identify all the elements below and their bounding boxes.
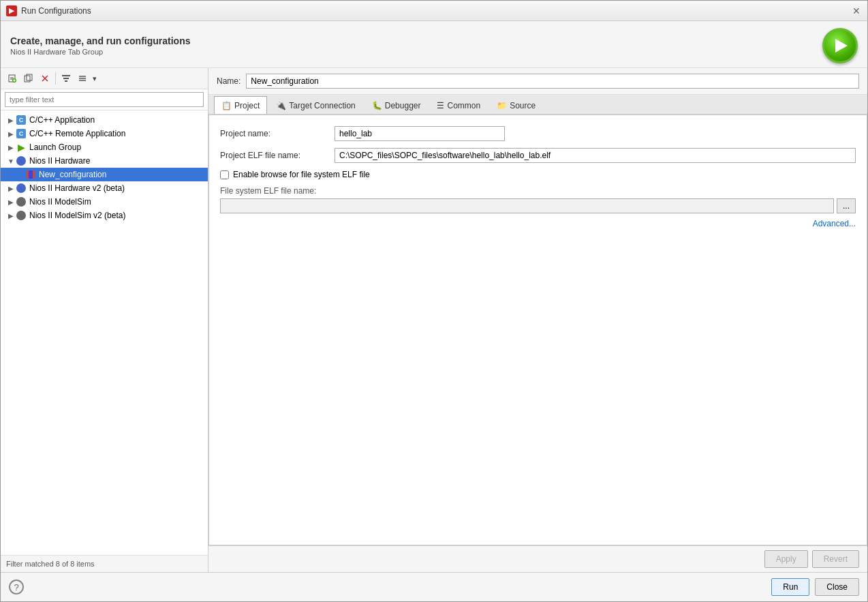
svg-rect-6 — [25, 76, 30, 82]
tab-project[interactable]: 📋 Project — [214, 96, 267, 114]
tab-debugger[interactable]: 🐛 Debugger — [365, 97, 429, 114]
cpp-app-icon: C — [16, 115, 27, 125]
sidebar-tree: ▶ C C/C++ Application ▶ C C/C++ Remote A… — [1, 110, 208, 555]
sidebar-item-cpp-remote[interactable]: ▶ C C/C++ Remote Application — [1, 127, 208, 140]
file-system-label: File system ELF file name: — [220, 186, 856, 196]
bottom-bar: ? Run Close — [1, 572, 867, 601]
run-button[interactable] — [822, 28, 858, 63]
launch-group-icon: ▶ — [16, 142, 27, 153]
enable-browse-label: Enable browse for file system ELF file — [233, 170, 370, 179]
sidebar-item-label: Nios II Hardware v2 (beta) — [29, 183, 125, 193]
sidebar-item-launch-group[interactable]: ▶ ▶ Launch Group — [1, 140, 208, 154]
tab-common[interactable]: ☰ Common — [429, 97, 488, 114]
sidebar-item-nios-hw[interactable]: ▼ Nios II Hardware — [1, 154, 208, 168]
window-title: Run Configurations — [21, 6, 851, 16]
window-icon: ▶ — [6, 5, 17, 16]
svg-rect-11 — [63, 78, 69, 79]
common-tab-icon: ☰ — [437, 101, 444, 110]
revert-button-panel[interactable]: Revert — [812, 550, 859, 568]
delete-button[interactable] — [37, 71, 52, 86]
elf-input[interactable] — [335, 148, 856, 163]
sidebar-item-nios-modelsim[interactable]: ▶ Nios II ModelSim — [1, 195, 208, 209]
sidebar-filter-area — [1, 89, 208, 110]
close-window-button[interactable]: ✕ — [851, 5, 862, 16]
collapse-button[interactable] — [75, 71, 90, 86]
filter-button[interactable] — [59, 71, 74, 86]
filter-status: Filter matched 8 of 8 items — [6, 560, 95, 568]
tab-source[interactable]: 📁 Source — [489, 97, 543, 114]
project-name-label: Project name: — [220, 129, 329, 138]
sidebar-item-label: Launch Group — [29, 142, 81, 152]
expand-icon: ▶ — [6, 198, 16, 206]
help-icon: ? — [14, 582, 18, 592]
expand-icon: ▶ — [6, 144, 16, 151]
sidebar-item-label: Nios II Hardware — [29, 156, 90, 166]
project-name-row: Project name: — [220, 126, 856, 141]
elf-file-row: Project ELF file name: — [220, 148, 856, 163]
toolbar-separator-1 — [55, 72, 56, 85]
enable-browse-checkbox[interactable] — [220, 170, 229, 179]
run-button-bottom[interactable]: Run — [771, 578, 809, 596]
sidebar-footer: Filter matched 8 of 8 items — [1, 555, 208, 572]
tab-target-label: Target Connection — [289, 101, 355, 110]
expand-icon: ▶ — [6, 212, 16, 220]
right-panel: Name: 📋 Project 🔌 Target Connection 🐛 De… — [208, 68, 867, 572]
svg-rect-12 — [65, 80, 67, 82]
expand-icon: ▶ — [6, 185, 16, 192]
run-configurations-window: ▶ Run Configurations ✕ Create, manage, a… — [0, 0, 868, 602]
nios-hw-icon — [16, 155, 27, 166]
sidebar-item-cpp-app[interactable]: ▶ C C/C++ Application — [1, 113, 208, 127]
sidebar-item-nios-hw-v2[interactable]: ▶ Nios II Hardware v2 (beta) — [1, 181, 208, 195]
sidebar-item-label: C/C++ Application — [29, 115, 95, 125]
advanced-link[interactable]: Advanced... — [813, 219, 856, 228]
elf-label: Project ELF file name: — [220, 151, 329, 160]
content-area: ▾ ▶ C C/C++ Application — [1, 68, 867, 572]
help-button[interactable]: ? — [9, 580, 24, 595]
name-label: Name: — [217, 76, 241, 86]
nios-modelsim-icon — [16, 196, 27, 207]
expand-icon: ▶ — [6, 130, 16, 138]
titlebar: ▶ Run Configurations ✕ — [1, 1, 867, 21]
browse-button[interactable]: ... — [837, 198, 856, 213]
bottom-bar-right: Run Close — [771, 578, 859, 596]
project-name-input[interactable] — [335, 126, 505, 141]
sidebar-item-nios-modelsim-v2[interactable]: ▶ Nios II ModelSim v2 (beta) — [1, 209, 208, 222]
advanced-row: Advanced... — [220, 219, 856, 228]
debugger-tab-icon: 🐛 — [372, 101, 382, 110]
sidebar-item-new-config[interactable]: New_configuration — [1, 168, 208, 181]
svg-rect-7 — [27, 74, 32, 80]
duplicate-button[interactable] — [21, 71, 36, 86]
new-config-icon — [25, 169, 36, 180]
collapse-arrow[interactable]: ▾ — [93, 74, 97, 83]
file-system-input[interactable] — [220, 198, 834, 213]
header-text: Create, manage, and run configurations N… — [10, 35, 191, 56]
enable-browse-row: Enable browse for file system ELF file — [220, 170, 856, 179]
project-tab-icon: 📋 — [221, 101, 232, 110]
nios-modelsim-v2-icon — [16, 210, 27, 221]
source-tab-icon: 📁 — [497, 101, 507, 110]
svg-rect-10 — [62, 75, 70, 76]
tab-content-project: Project name: Project ELF file name: Ena… — [208, 115, 867, 545]
tab-source-label: Source — [510, 101, 536, 110]
target-tab-icon: 🔌 — [276, 101, 286, 110]
header-subtitle: Nios II Hardware Tab Group — [10, 48, 191, 56]
apply-button-panel[interactable]: Apply — [764, 550, 808, 568]
sidebar: ▾ ▶ C C/C++ Application — [1, 68, 208, 572]
panel-bottom-buttons: Apply Revert — [208, 545, 867, 572]
name-row: Name: — [208, 68, 867, 95]
new-config-button[interactable] — [5, 71, 20, 86]
tab-common-label: Common — [447, 101, 480, 110]
name-input[interactable] — [246, 74, 859, 89]
tab-target-connection[interactable]: 🔌 Target Connection — [268, 97, 362, 114]
sidebar-toolbar: ▾ — [1, 68, 208, 89]
tab-debugger-label: Debugger — [385, 101, 421, 110]
sidebar-item-label: C/C++ Remote Application — [29, 129, 125, 138]
close-button[interactable]: Close — [815, 578, 859, 596]
expand-icon: ▼ — [6, 157, 16, 165]
file-system-row: ... — [220, 198, 856, 213]
svg-rect-17 — [29, 170, 33, 179]
search-input[interactable] — [5, 92, 204, 107]
run-icon — [835, 39, 848, 52]
sidebar-item-label: Nios II ModelSim v2 (beta) — [29, 211, 125, 220]
main-header: Create, manage, and run configurations N… — [1, 21, 867, 68]
